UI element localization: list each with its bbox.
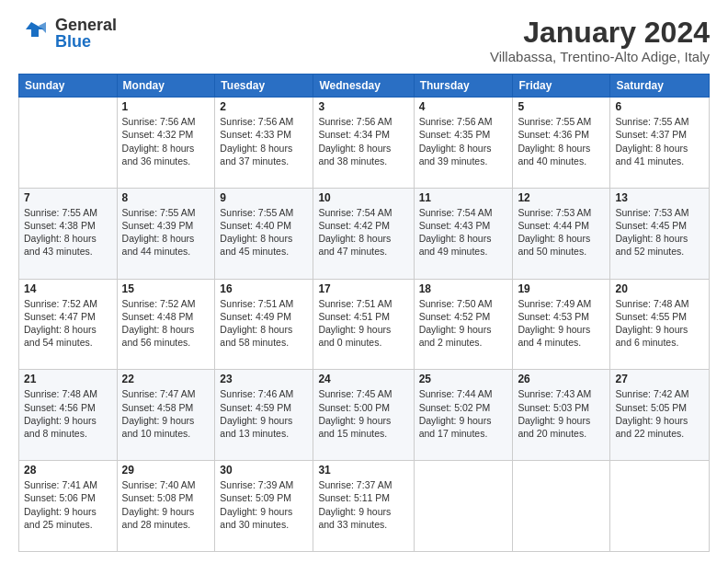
day-info: Sunrise: 7:39 AMSunset: 5:09 PMDaylight:…	[220, 478, 308, 531]
day-info: Sunrise: 7:51 AMSunset: 4:51 PMDaylight:…	[318, 297, 408, 350]
day-info: Sunrise: 7:53 AMSunset: 4:44 PMDaylight:…	[518, 206, 605, 259]
table-row	[414, 461, 513, 552]
day-info: Sunrise: 7:40 AMSunset: 5:08 PMDaylight:…	[122, 478, 210, 531]
logo-blue: Blue	[55, 33, 117, 50]
table-row: 1Sunrise: 7:56 AMSunset: 4:32 PMDaylight…	[117, 98, 215, 189]
logo-icon	[18, 17, 51, 50]
day-number: 29	[122, 464, 210, 477]
calendar-title: January 2024	[490, 17, 710, 49]
day-info: Sunrise: 7:55 AMSunset: 4:37 PMDaylight:…	[615, 115, 704, 167]
table-row: 31Sunrise: 7:37 AMSunset: 5:11 PMDayligh…	[313, 461, 414, 552]
day-number: 20	[615, 282, 704, 295]
table-row: 24Sunrise: 7:45 AMSunset: 5:00 PMDayligh…	[313, 370, 414, 461]
table-row: 18Sunrise: 7:50 AMSunset: 4:52 PMDayligh…	[414, 279, 513, 370]
day-info: Sunrise: 7:55 AMSunset: 4:36 PMDaylight:…	[518, 115, 605, 167]
day-number: 4	[419, 100, 508, 113]
calendar-week-5: 28Sunrise: 7:41 AMSunset: 5:06 PMDayligh…	[19, 461, 710, 552]
day-info: Sunrise: 7:48 AMSunset: 4:56 PMDaylight:…	[24, 387, 112, 440]
day-info: Sunrise: 7:55 AMSunset: 4:38 PMDaylight:…	[24, 206, 112, 259]
header-friday: Friday	[513, 75, 610, 98]
calendar-table: Sunday Monday Tuesday Wednesday Thursday…	[18, 74, 710, 552]
table-row: 23Sunrise: 7:46 AMSunset: 4:59 PMDayligh…	[215, 370, 313, 461]
day-number: 2	[220, 100, 308, 113]
table-row: 16Sunrise: 7:51 AMSunset: 4:49 PMDayligh…	[215, 279, 313, 370]
calendar-week-2: 7Sunrise: 7:55 AMSunset: 4:38 PMDaylight…	[19, 188, 710, 279]
day-number: 25	[419, 373, 508, 385]
table-row: 25Sunrise: 7:44 AMSunset: 5:02 PMDayligh…	[414, 370, 513, 461]
day-info: Sunrise: 7:56 AMSunset: 4:34 PMDaylight:…	[318, 115, 408, 167]
day-info: Sunrise: 7:44 AMSunset: 5:02 PMDaylight:…	[419, 387, 508, 440]
day-number: 16	[220, 282, 308, 295]
header-sunday: Sunday	[19, 75, 118, 98]
table-row: 29Sunrise: 7:40 AMSunset: 5:08 PMDayligh…	[117, 461, 215, 552]
day-info: Sunrise: 7:50 AMSunset: 4:52 PMDaylight:…	[419, 297, 508, 350]
table-row	[19, 98, 118, 189]
day-number: 28	[24, 464, 112, 477]
table-row	[513, 461, 610, 552]
table-row: 6Sunrise: 7:55 AMSunset: 4:37 PMDaylight…	[610, 98, 710, 189]
day-info: Sunrise: 7:49 AMSunset: 4:53 PMDaylight:…	[518, 297, 605, 350]
day-info: Sunrise: 7:47 AMSunset: 4:58 PMDaylight:…	[122, 387, 210, 440]
calendar-week-3: 14Sunrise: 7:52 AMSunset: 4:47 PMDayligh…	[19, 279, 710, 370]
day-number: 12	[518, 191, 605, 204]
header-wednesday: Wednesday	[313, 75, 414, 98]
day-number: 10	[318, 191, 408, 204]
day-number: 9	[220, 191, 308, 204]
day-info: Sunrise: 7:52 AMSunset: 4:47 PMDaylight:…	[24, 297, 112, 350]
day-info: Sunrise: 7:54 AMSunset: 4:42 PMDaylight:…	[318, 206, 408, 259]
header: General Blue January 2024 Villabassa, Tr…	[18, 17, 710, 64]
calendar-week-4: 21Sunrise: 7:48 AMSunset: 4:56 PMDayligh…	[19, 370, 710, 461]
table-row: 28Sunrise: 7:41 AMSunset: 5:06 PMDayligh…	[19, 461, 118, 552]
day-info: Sunrise: 7:55 AMSunset: 4:39 PMDaylight:…	[122, 206, 210, 259]
day-info: Sunrise: 7:43 AMSunset: 5:03 PMDaylight:…	[518, 387, 605, 440]
table-row: 20Sunrise: 7:48 AMSunset: 4:55 PMDayligh…	[610, 279, 710, 370]
title-block: January 2024 Villabassa, Trentino-Alto A…	[490, 17, 710, 64]
day-number: 21	[24, 373, 112, 385]
day-number: 15	[122, 282, 210, 295]
day-number: 27	[615, 373, 704, 385]
day-info: Sunrise: 7:52 AMSunset: 4:48 PMDaylight:…	[122, 297, 210, 350]
table-row: 27Sunrise: 7:42 AMSunset: 5:05 PMDayligh…	[610, 370, 710, 461]
header-tuesday: Tuesday	[215, 75, 313, 98]
day-number: 22	[122, 373, 210, 385]
day-number: 6	[615, 100, 704, 113]
table-row: 7Sunrise: 7:55 AMSunset: 4:38 PMDaylight…	[19, 188, 118, 279]
day-info: Sunrise: 7:53 AMSunset: 4:45 PMDaylight:…	[615, 206, 704, 259]
day-number: 31	[318, 464, 408, 477]
table-row: 17Sunrise: 7:51 AMSunset: 4:51 PMDayligh…	[313, 279, 414, 370]
table-row: 22Sunrise: 7:47 AMSunset: 4:58 PMDayligh…	[117, 370, 215, 461]
table-row: 30Sunrise: 7:39 AMSunset: 5:09 PMDayligh…	[215, 461, 313, 552]
table-row: 5Sunrise: 7:55 AMSunset: 4:36 PMDaylight…	[513, 98, 610, 189]
day-info: Sunrise: 7:56 AMSunset: 4:32 PMDaylight:…	[122, 115, 210, 167]
table-row: 11Sunrise: 7:54 AMSunset: 4:43 PMDayligh…	[414, 188, 513, 279]
table-row: 12Sunrise: 7:53 AMSunset: 4:44 PMDayligh…	[513, 188, 610, 279]
logo-general: General	[55, 17, 117, 33]
day-info: Sunrise: 7:41 AMSunset: 5:06 PMDaylight:…	[24, 478, 112, 531]
table-row: 2Sunrise: 7:56 AMSunset: 4:33 PMDaylight…	[215, 98, 313, 189]
header-saturday: Saturday	[610, 75, 710, 98]
day-number: 1	[122, 100, 210, 113]
day-info: Sunrise: 7:48 AMSunset: 4:55 PMDaylight:…	[615, 297, 704, 350]
day-number: 18	[419, 282, 508, 295]
day-number: 8	[122, 191, 210, 204]
day-number: 19	[518, 282, 605, 295]
day-number: 17	[318, 282, 408, 295]
day-info: Sunrise: 7:56 AMSunset: 4:35 PMDaylight:…	[419, 115, 508, 167]
table-row: 13Sunrise: 7:53 AMSunset: 4:45 PMDayligh…	[610, 188, 710, 279]
day-number: 7	[24, 191, 112, 204]
table-row: 10Sunrise: 7:54 AMSunset: 4:42 PMDayligh…	[313, 188, 414, 279]
day-number: 14	[24, 282, 112, 295]
table-row: 26Sunrise: 7:43 AMSunset: 5:03 PMDayligh…	[513, 370, 610, 461]
day-info: Sunrise: 7:46 AMSunset: 4:59 PMDaylight:…	[220, 387, 308, 440]
day-number: 26	[518, 373, 605, 385]
table-row	[610, 461, 710, 552]
header-monday: Monday	[117, 75, 215, 98]
day-number: 3	[318, 100, 408, 113]
day-info: Sunrise: 7:45 AMSunset: 5:00 PMDaylight:…	[318, 387, 408, 440]
day-info: Sunrise: 7:51 AMSunset: 4:49 PMDaylight:…	[220, 297, 308, 350]
header-thursday: Thursday	[414, 75, 513, 98]
day-number: 23	[220, 373, 308, 385]
day-number: 11	[419, 191, 508, 204]
day-info: Sunrise: 7:42 AMSunset: 5:05 PMDaylight:…	[615, 387, 704, 440]
logo: General Blue	[18, 17, 117, 50]
